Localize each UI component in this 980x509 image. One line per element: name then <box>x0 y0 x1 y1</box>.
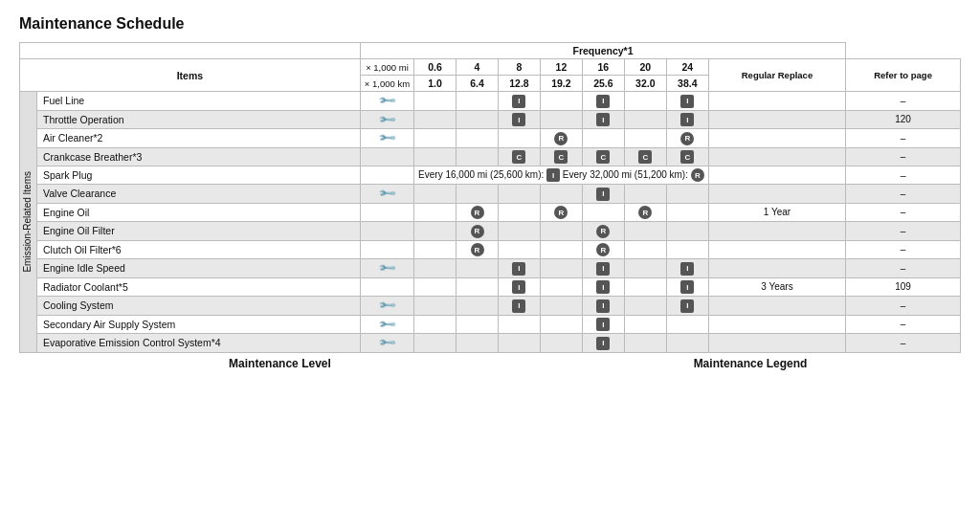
col20-header: 20 <box>624 59 666 76</box>
badge-replace: R <box>638 206 652 219</box>
freq-cell: R <box>582 240 624 259</box>
freq-cell <box>414 277 457 297</box>
refer-header: Refer to page <box>846 59 961 92</box>
freq-cell: R <box>457 222 499 241</box>
freq-cell <box>540 110 582 129</box>
wrench-icon: 🔧 <box>377 333 397 353</box>
freq-cell: R <box>666 129 708 148</box>
freq-cell <box>540 240 582 259</box>
regular-replace-cell <box>708 297 845 316</box>
wrench-icon: 🔧 <box>377 128 397 148</box>
badge-inspect: I <box>512 299 525 313</box>
wrench-icon: 🔧 <box>377 258 397 278</box>
km3-header: 12.8 <box>498 76 540 92</box>
freq-cell <box>457 334 499 353</box>
page-title: Maintenance Schedule <box>19 15 961 33</box>
item-label: Valve Clearance <box>37 185 361 204</box>
freq-cell <box>540 297 582 316</box>
regular-replace-cell <box>708 147 845 166</box>
page-ref-cell: – <box>846 185 961 204</box>
col06-header: 0.6 <box>414 59 457 76</box>
km4-header: 19.2 <box>540 76 582 92</box>
regular-replace-cell <box>708 259 845 278</box>
wrench-icon-cell <box>360 222 413 241</box>
freq-cell <box>540 334 582 353</box>
freq-cell <box>624 297 666 316</box>
freq-cell <box>540 185 582 204</box>
freq-cell <box>624 334 666 353</box>
wrench-icon-cell <box>360 147 413 166</box>
item-label: Air Cleaner*2 <box>37 129 361 148</box>
freq-cell <box>414 92 457 111</box>
badge-clean: C <box>512 150 525 164</box>
badge-inspect: I <box>680 299 694 313</box>
km2-header: 6.4 <box>457 76 499 92</box>
freq-cell <box>414 240 457 259</box>
page-ref-cell: – <box>846 315 961 334</box>
freq-cell <box>624 110 666 129</box>
page-ref-cell: – <box>846 222 961 241</box>
km7-header: 38.4 <box>666 76 708 92</box>
freq-cell <box>624 315 666 334</box>
item-label: Engine Oil <box>37 203 361 222</box>
freq-cell: I <box>582 334 624 353</box>
regular-replace-cell <box>708 185 845 204</box>
frequency-header: Frequency*1 <box>360 43 845 59</box>
freq-cell: C <box>624 147 666 166</box>
wrench-icon-cell: 🔧 <box>360 297 413 316</box>
freq-cell: I <box>582 315 624 334</box>
freq-cell <box>540 277 582 297</box>
freq-cell: C <box>540 147 582 166</box>
badge-replace: R <box>554 206 568 219</box>
regular-cell <box>708 166 845 185</box>
freq-cell: R <box>540 203 582 222</box>
freq-cell <box>666 315 708 334</box>
badge-inspect: I <box>596 262 610 276</box>
freq-cell: I <box>498 297 540 316</box>
freq-cell: I <box>582 297 624 316</box>
item-label: Radiator Coolant*5 <box>37 277 361 297</box>
page-ref-cell: – <box>846 92 961 111</box>
footer-right: Maintenance Legend <box>540 352 960 372</box>
page-ref-cell: – <box>846 259 961 278</box>
freq-cell: I <box>498 259 540 278</box>
freq-cell: R <box>624 203 666 222</box>
freq-cell <box>457 315 499 334</box>
freq-cell <box>666 185 708 204</box>
freq-cell <box>624 129 666 148</box>
col12-header: 12 <box>540 59 582 76</box>
wrench-icon-cell: 🔧 <box>360 110 413 129</box>
col4-header: 4 <box>457 59 499 76</box>
wrench-icon: 🔧 <box>377 109 397 129</box>
freq-cell <box>624 277 666 297</box>
badge-replace: R <box>554 132 568 145</box>
freq-cell: I <box>582 92 624 111</box>
freq-cell <box>666 240 708 259</box>
freq-cell <box>540 222 582 241</box>
item-label: Cooling System <box>37 297 361 316</box>
spark-plug-note: Every 16,000 mi (25,600 km): I Every 32,… <box>414 166 709 185</box>
freq-cell: I <box>498 110 540 129</box>
badge-replace: R <box>596 243 610 256</box>
freq-cell: C <box>582 147 624 166</box>
item-label: Secondary Air Supply System <box>37 315 361 334</box>
freq-cell <box>457 297 499 316</box>
freq-cell <box>498 240 540 259</box>
badge-inspect: I <box>596 113 610 126</box>
regular-replace-cell <box>708 129 845 148</box>
badge-inspect: I <box>512 95 525 108</box>
badge-clean: C <box>596 150 610 164</box>
regular-header: Regular Replace <box>708 59 845 92</box>
badge-inspect: I <box>596 299 610 313</box>
page-ref-cell: 109 <box>846 277 961 297</box>
regular-replace-cell <box>708 315 845 334</box>
badge-inspect: I <box>680 95 694 108</box>
page-ref-cell: – <box>846 240 961 259</box>
freq-cell: I <box>582 277 624 297</box>
wrench-icon-cell: 🔧 <box>360 92 413 111</box>
wrench-icon-cell <box>360 203 413 222</box>
item-label: Spark Plug <box>37 166 361 185</box>
regular-replace-cell: 3 Years <box>708 277 845 297</box>
badge-inspect: I <box>512 280 525 294</box>
badge-inspect: I <box>596 318 610 331</box>
